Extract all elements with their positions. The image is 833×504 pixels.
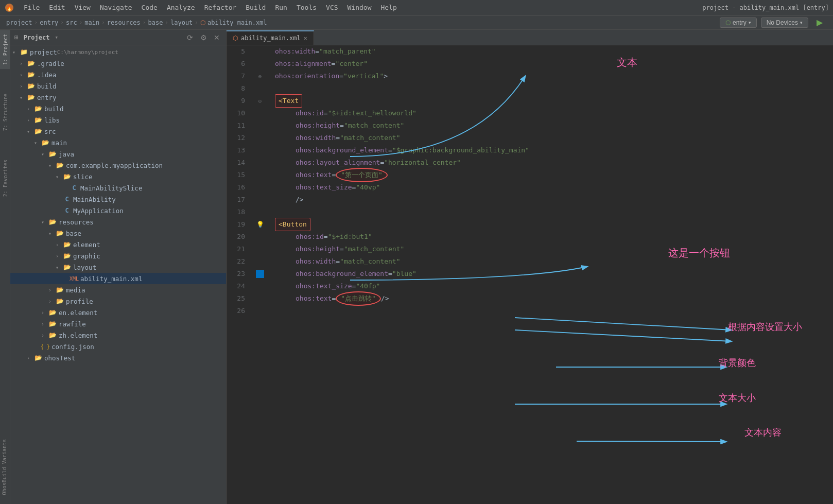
- tree-item-build[interactable]: ›📂build: [10, 80, 226, 92]
- menu-analyze[interactable]: Analyze: [163, 3, 199, 12]
- tree-item-entry[interactable]: ▾📂entry: [10, 92, 226, 103]
- tree-item-layout[interactable]: ▾📂layout: [10, 262, 226, 273]
- tree-item-base[interactable]: ▾📂base: [10, 228, 226, 239]
- tree-item-main[interactable]: ▾📂main: [10, 137, 226, 148]
- menu-code[interactable]: Code: [137, 3, 162, 12]
- tree-item-gradle[interactable]: ›📂.gradle: [10, 58, 226, 69]
- tree-arrow-profile: ›: [48, 299, 56, 304]
- editor-area: ⬡ ability_main.xml ✕ 5678910111213141516…: [227, 30, 833, 504]
- gear-button[interactable]: ⚙: [198, 32, 209, 43]
- tab-ability-main[interactable]: ⬡ ability_main.xml ✕: [227, 30, 314, 45]
- tree-item-element[interactable]: ›📂element: [10, 239, 226, 250]
- code-line-24[interactable]: ohos:text_size="40fp": [273, 280, 833, 292]
- code-line-11[interactable]: ohos:height="match_content": [273, 119, 833, 132]
- code-line-20[interactable]: ohos:id="$+id:but1": [273, 231, 833, 243]
- close-panel-button[interactable]: ✕: [212, 32, 222, 43]
- code-line-26[interactable]: [273, 305, 833, 317]
- sidebar-tab-favorites[interactable]: 2: Favorites: [0, 155, 10, 201]
- code-line-14[interactable]: ohos:layout_alignment="horizontal_center…: [273, 157, 833, 169]
- code-line-16[interactable]: ohos:text_size="40vp": [273, 181, 833, 194]
- code-content[interactable]: ohos:width="match_parent"ohos:alignment=…: [268, 45, 833, 504]
- tree-item-src[interactable]: ▾📂src: [10, 126, 226, 137]
- tree-label-base: base: [66, 230, 81, 237]
- tree-item-MainAbilitySlice[interactable]: CMainAbilitySlice: [10, 182, 226, 194]
- gutter-cell-5: [252, 45, 268, 58]
- code-line-23[interactable]: ohos:background_element="blue": [273, 268, 833, 280]
- tree-item-project[interactable]: ▾📁project C:\harmony\project: [10, 46, 226, 58]
- tree-icon-element: 📂: [63, 240, 71, 249]
- tree-item-profile[interactable]: ›📂profile: [10, 296, 226, 307]
- menu-vcs[interactable]: VCS: [322, 3, 342, 12]
- menu-build[interactable]: Build: [241, 3, 270, 12]
- tree-item-java[interactable]: ▾📂java: [10, 148, 226, 160]
- fold-icon[interactable]: ⊖: [258, 98, 262, 105]
- tree-item-libs[interactable]: ›📂libs: [10, 114, 226, 126]
- tree-label-project: project: [30, 48, 57, 56]
- code-line-15[interactable]: ohos:text="第一个页面": [273, 169, 833, 181]
- tree-item-rawfile[interactable]: ›📂rawfile: [10, 318, 226, 329]
- breadcrumb-layout[interactable]: layout: [170, 19, 193, 26]
- entry-button[interactable]: ⬡ entry ▾: [720, 18, 757, 28]
- menu-run[interactable]: Run: [271, 3, 291, 12]
- tree-label-en_element: en.element: [59, 309, 97, 317]
- code-line-18[interactable]: [273, 206, 833, 218]
- tree-icon-src: 📂: [34, 127, 42, 135]
- breadcrumb-main[interactable]: main: [84, 19, 99, 26]
- tree-item-MainAbility[interactable]: CMainAbility: [10, 194, 226, 205]
- code-line-10[interactable]: ohos:id="$+id:text_helloworld": [273, 107, 833, 119]
- tree-item-ability_main_xml[interactable]: XMLability_main.xml: [10, 273, 226, 284]
- code-line-12[interactable]: ohos:width="match_content": [273, 132, 833, 144]
- tree-item-zh_element[interactable]: ›📂zh.element: [10, 329, 226, 341]
- code-line-13[interactable]: ohos:background_element="$graphic:backgr…: [273, 144, 833, 157]
- menu-navigate[interactable]: Navigate: [96, 3, 136, 12]
- tree-item-ohosTest[interactable]: ›📂ohosTest: [10, 352, 226, 363]
- code-line-5[interactable]: ohos:width="match_parent": [273, 45, 833, 58]
- tree-icon-base: 📂: [56, 229, 64, 237]
- breadcrumb-resources[interactable]: resources: [107, 19, 141, 26]
- code-line-19[interactable]: <Button: [273, 218, 833, 231]
- menu-help[interactable]: Help: [377, 3, 401, 12]
- menu-tools[interactable]: Tools: [292, 3, 321, 12]
- sidebar-tab-structure[interactable]: 7: Structure: [0, 90, 10, 135]
- tree-item-entry_build[interactable]: ›📂build: [10, 103, 226, 114]
- menu-file[interactable]: File: [20, 3, 44, 12]
- tree-arrow-main: ▾: [34, 140, 41, 146]
- line-num-25: 25: [227, 292, 248, 305]
- tree-item-idea[interactable]: ›📂.idea: [10, 69, 226, 80]
- sidebar-tab-project[interactable]: 1: Project: [0, 30, 10, 69]
- menu-edit[interactable]: Edit: [45, 3, 69, 12]
- code-line-6[interactable]: ohos:alignment="center": [273, 58, 833, 70]
- tree-item-resources[interactable]: ▾📂resources: [10, 216, 226, 228]
- sync-button[interactable]: ⟳: [185, 32, 195, 43]
- tree-arrow-java: ▾: [41, 151, 48, 157]
- code-line-17[interactable]: />: [273, 194, 833, 206]
- menu-view[interactable]: View: [71, 3, 95, 12]
- tree-item-MyApplication[interactable]: CMyApplication: [10, 205, 226, 216]
- tree-item-media[interactable]: ›📂media: [10, 284, 226, 296]
- breadcrumb-entry[interactable]: entry: [40, 19, 58, 26]
- tree-item-com[interactable]: ▾📂com.example.myapplication: [10, 160, 226, 171]
- menu-window[interactable]: Window: [343, 3, 376, 12]
- code-line-22[interactable]: ohos:width="match_content": [273, 255, 833, 268]
- tree-item-config_json[interactable]: { }config.json: [10, 341, 226, 352]
- code-line-8[interactable]: [273, 82, 833, 95]
- breadcrumb-project[interactable]: project: [6, 19, 32, 26]
- sidebar-tab-build[interactable]: OhosBuild Variants: [0, 435, 9, 499]
- fold-icon[interactable]: ⊖: [258, 73, 262, 80]
- code-line-7[interactable]: ohos:orientation="vertical">: [273, 70, 833, 82]
- tree-item-graphic[interactable]: ›📂graphic: [10, 250, 226, 262]
- code-line-9[interactable]: <Text: [273, 95, 833, 107]
- tree-icon-com: 📂: [56, 161, 64, 169]
- code-line-21[interactable]: ohos:height="match_content": [273, 243, 833, 255]
- menu-refactor[interactable]: Refactor: [200, 3, 241, 12]
- code-line-25[interactable]: ohos:text="点击跳转" />: [273, 292, 833, 305]
- tree-arrow-entry_build: ›: [27, 106, 34, 112]
- tab-close-icon[interactable]: ✕: [304, 34, 307, 42]
- breadcrumb-base[interactable]: base: [148, 19, 163, 26]
- tree-item-slice[interactable]: ▾📂slice: [10, 171, 226, 182]
- tree-arrow-resources: ▾: [41, 219, 48, 225]
- run-button[interactable]: ▶: [812, 17, 827, 28]
- breadcrumb-src[interactable]: src: [66, 19, 77, 26]
- tree-item-en_element[interactable]: ›📂en.element: [10, 307, 226, 318]
- no-devices-button[interactable]: No Devices ▾: [761, 18, 808, 28]
